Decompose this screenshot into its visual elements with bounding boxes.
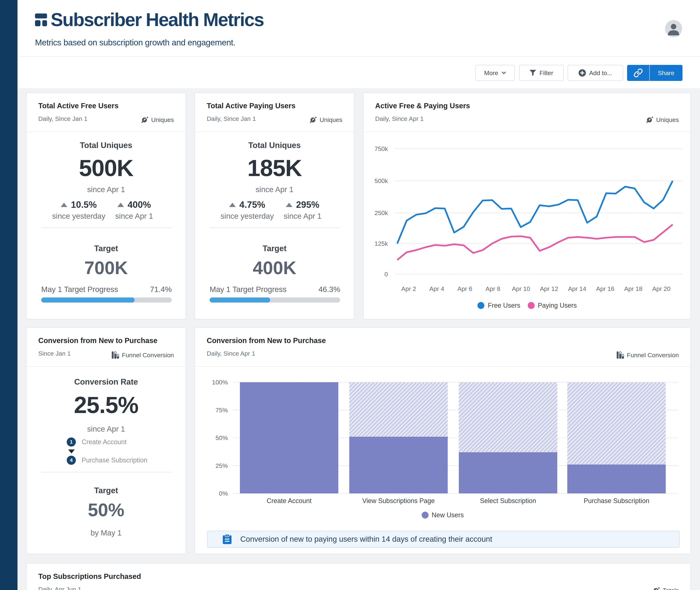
svg-text:Apr 18: Apr 18 [624,285,642,292]
svg-text:New Users: New Users [432,511,464,519]
svg-text:250k: 250k [375,209,388,216]
svg-text:750k: 750k [375,145,388,152]
svg-text:Apr 2: Apr 2 [401,285,416,292]
svg-text:Apr 16: Apr 16 [596,285,614,292]
svg-text:Select Subscription: Select Subscription [480,497,536,504]
svg-text:Apr 10: Apr 10 [512,285,530,292]
svg-text:Free Users: Free Users [488,302,520,309]
svg-text:Apr 12: Apr 12 [540,285,558,292]
svg-text:Purchase Subscription: Purchase Subscription [584,497,649,504]
svg-text:100%: 100% [212,379,228,386]
svg-text:Apr 20: Apr 20 [652,285,671,292]
svg-text:View Subscriptions Page: View Subscriptions Page [362,497,435,504]
svg-text:Apr 6: Apr 6 [458,285,472,292]
svg-text:0%: 0% [219,490,228,497]
svg-text:50%: 50% [215,434,228,441]
svg-text:Paying Users: Paying Users [538,302,577,309]
svg-text:Apr 4: Apr 4 [429,285,444,292]
svg-text:Apr 8: Apr 8 [485,285,500,292]
svg-text:Apr 14: Apr 14 [568,285,586,292]
svg-text:125k: 125k [375,240,388,247]
svg-text:Create Account: Create Account [267,497,311,504]
svg-text:0: 0 [385,271,388,278]
svg-text:500k: 500k [375,177,388,184]
svg-text:25%: 25% [215,462,228,469]
svg-text:75%: 75% [215,407,228,413]
